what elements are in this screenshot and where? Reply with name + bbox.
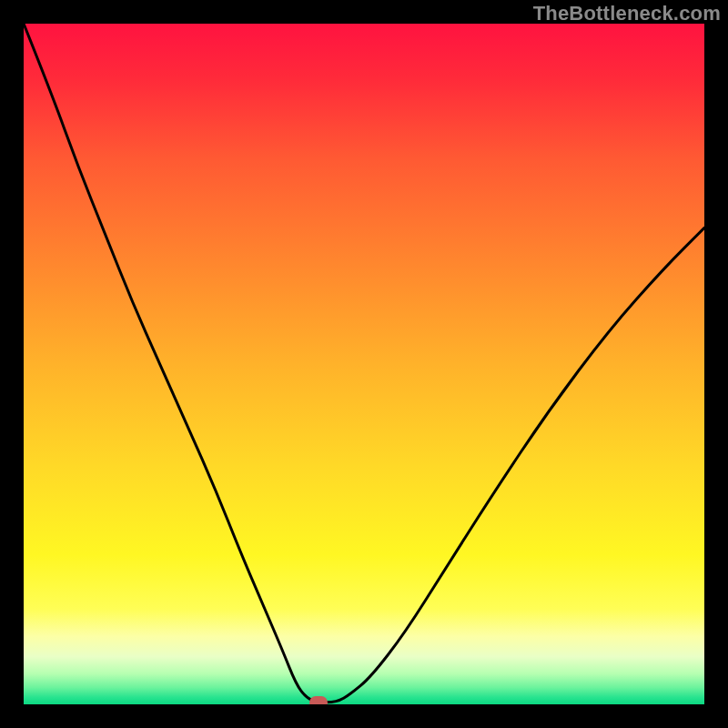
plot-svg [24, 24, 704, 704]
optimum-marker [309, 696, 328, 704]
gradient-background [24, 24, 704, 704]
plot-area [24, 24, 704, 704]
chart-frame: TheBottleneck.com [0, 0, 728, 728]
watermark-text: TheBottleneck.com [533, 2, 721, 25]
